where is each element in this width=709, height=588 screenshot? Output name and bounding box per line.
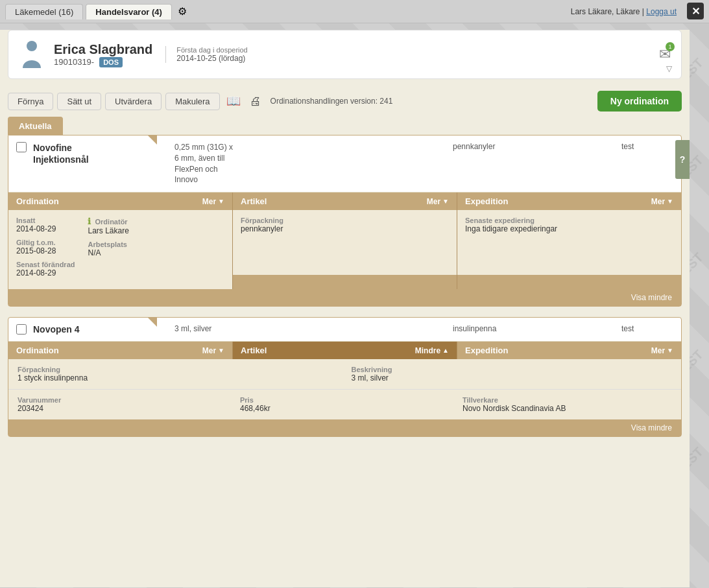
ordination-col: Ordination Mer ▼ Insatt 2014-08-29 — [8, 193, 233, 289]
expedition-header-novopen[interactable]: Expedition Mer ▼ — [457, 342, 681, 359]
item-type-novopen: insulinpenna — [453, 324, 537, 335]
tillverkare-label: Tillverkare — [463, 396, 672, 404]
forpackning-value: 1 styck insulinpenna — [18, 373, 339, 382]
expedition-mer-button-novopen[interactable]: Mer ▼ — [651, 346, 673, 355]
section-tabs: Aktuella — [8, 117, 682, 135]
pris-value: 468,46kr — [240, 404, 450, 413]
close-icon: ✕ — [691, 5, 700, 18]
artikel-col-novopen: Artikel Mindre ▲ — [233, 342, 457, 359]
aktuella-tab[interactable]: Aktuella — [8, 117, 63, 135]
svg-point-0 — [27, 41, 37, 51]
patient-date: Första dag i dosperiod 2014-10-25 (lörda… — [165, 46, 247, 63]
item-desc-novopen: 3 ml, silver — [169, 324, 453, 335]
item-checkbox-novofine[interactable] — [16, 142, 27, 152]
visa-mindre-novofine[interactable]: Visa mindre — [8, 289, 681, 306]
artikel-header-novofine[interactable]: Artikel Mer ▼ — [233, 193, 457, 210]
article-row-1: Förpackning 1 styck insulinpenna Beskriv… — [8, 359, 681, 390]
varunummer-cell: Varunummer 203424 — [18, 396, 227, 413]
item-name-novofine: NovofineInjektionsnål — [33, 142, 169, 165]
artikel-col-novofine: Artikel Mer ▼ Förpackning pennkanyler — [233, 193, 457, 289]
ordination-version: Ordinationshandlingen version: 241 — [270, 97, 393, 106]
fornya-button[interactable]: Förnya — [8, 93, 53, 110]
expedition-mer-button[interactable]: Mer ▼ — [651, 197, 673, 206]
expedition-header-novofine[interactable]: Expedition Mer ▼ — [457, 193, 681, 210]
tab-lakemedel-label: Läkemedel (16) — [15, 7, 73, 17]
item-checkbox-novopen[interactable] — [16, 324, 27, 335]
varunummer-label: Varunummer — [18, 396, 227, 404]
item-type-novofine: pennkanyler — [453, 142, 537, 185]
artikel-mindre-button[interactable]: Mindre ▲ — [415, 346, 449, 355]
artikel-mer-button[interactable]: Mer ▼ — [427, 197, 449, 206]
expedition-label-novopen: Expedition — [465, 346, 508, 355]
ordination-col-novopen: Ordination Mer ▼ — [8, 342, 233, 359]
forpackning-field: Förpackning pennkanyler — [241, 217, 449, 233]
settings-icon[interactable]: ⚙ — [178, 5, 187, 18]
new-ordination-button[interactable]: Ny ordination — [597, 91, 682, 112]
ordination-label-novopen: Ordination — [16, 346, 59, 355]
patient-header: Erica Slagbrand 19010319- DOS Första dag… — [8, 30, 682, 79]
pris-cell: Pris 468,46kr — [240, 396, 450, 413]
senast-forandrad-field: Senast förändrad 2014-08-29 — [16, 261, 75, 277]
item-test-novopen: test — [621, 324, 673, 335]
beskrivning-value: 3 ml, silver — [352, 373, 673, 382]
ordination-header-novopen[interactable]: Ordination Mer ▼ — [8, 342, 232, 359]
help-button[interactable]: ? — [675, 140, 690, 179]
artikel-header-novopen[interactable]: Artikel Mindre ▲ — [233, 342, 457, 359]
varunummer-value: 203424 — [18, 404, 227, 413]
ordination-header[interactable]: Ordination Mer ▼ — [8, 193, 232, 210]
forpackning-cell: Förpackning 1 styck insulinpenna — [18, 366, 339, 382]
tillverkare-cell: Tillverkare Novo Nordisk Scandinavia AB — [463, 396, 672, 413]
expand-arrow[interactable]: ▽ — [666, 64, 672, 73]
detail-columns-novofine: Ordination Mer ▼ Insatt 2014-08-29 — [8, 193, 681, 289]
arbetsplats-field: Arbetsplats N/A — [88, 241, 128, 257]
item-header-novopen: Novopen 4 3 ml, silver insulinpenna test — [8, 318, 681, 342]
triangle-indicator-novopen — [148, 318, 157, 327]
logout-link[interactable]: Logga ut — [646, 7, 677, 16]
ordination-label: Ordination — [16, 196, 59, 206]
detail-columns-novopen: Ordination Mer ▼ Artikel Mindre ▲ — [8, 342, 681, 359]
ordinator-field: ℹ Ordinatör Lars Läkare — [88, 217, 128, 235]
giltig-field: Giltig t.o.m. 2015-08-28 — [16, 239, 75, 255]
ordination-content: Insatt 2014-08-29 Giltig t.o.m. 2015-08-… — [8, 210, 232, 289]
print-icon[interactable]: 🖨 — [250, 95, 261, 108]
patient-avatar — [19, 38, 45, 71]
satt-ut-button[interactable]: Sätt ut — [57, 93, 101, 110]
senaste-expediering-field: Senaste expediering Inga tidigare expedi… — [465, 217, 673, 233]
ordination-mer-button-novopen[interactable]: Mer ▼ — [202, 346, 224, 355]
makulera-button[interactable]: Makulera — [165, 93, 219, 110]
patient-info: Erica Slagbrand 19010319- DOS — [54, 42, 152, 67]
ordination-mer-button[interactable]: Mer ▼ — [202, 197, 224, 206]
item-header-novofine: NovofineInjektionsnål 0,25 mm (31G) x6 m… — [8, 135, 681, 193]
utvardera-button[interactable]: Utvärdera — [105, 93, 162, 110]
patient-name: Erica Slagbrand — [54, 42, 152, 57]
visa-mindre-novopen[interactable]: Visa mindre — [8, 419, 681, 436]
beskrivning-label: Beskrivning — [352, 366, 673, 373]
item-desc-novofine: 0,25 mm (31G) x6 mm, även tillFlexPen oc… — [169, 142, 453, 185]
toolbar: Förnya Sätt ut Utvärdera Makulera 📖 🖨 Or… — [0, 86, 690, 117]
tab-lakemedel[interactable]: Läkemedel (16) — [5, 4, 83, 19]
mail-badge: 1 — [666, 42, 675, 51]
expedition-col-novofine: Expedition Mer ▼ Senaste expediering Ing… — [457, 193, 681, 289]
book-icon[interactable]: 📖 — [226, 94, 241, 108]
tillverkare-value: Novo Nordisk Scandinavia AB — [463, 404, 672, 413]
date-label: Första dag i dosperiod — [176, 46, 247, 54]
patient-id: 19010319- — [54, 57, 94, 67]
insatt-field: Insatt 2014-08-29 — [16, 217, 75, 233]
triangle-indicator — [148, 135, 157, 145]
main-content: ? Erica Slagbrand 19010319- DOS Första d… — [0, 30, 690, 587]
forpackning-label: Förpackning — [18, 366, 339, 373]
item-card-novofine: NovofineInjektionsnål 0,25 mm (31G) x6 m… — [8, 135, 682, 307]
expedition-label: Expedition — [465, 196, 508, 206]
article-row-2: Varunummer 203424 Pris 468,46kr Tillverk… — [8, 390, 681, 419]
expedition-content-novofine: Senaste expediering Inga tidigare expedi… — [457, 210, 681, 275]
artikel-label: Artikel — [241, 196, 267, 206]
pris-label: Pris — [240, 396, 450, 404]
artikel-content-novofine: Förpackning pennkanyler — [233, 210, 457, 275]
tab-handelsvaror[interactable]: Handelsvaror (4) — [86, 4, 172, 19]
item-test-novofine: test — [621, 142, 673, 185]
artikel-label-novopen: Artikel — [241, 346, 267, 355]
expedition-col-novopen: Expedition Mer ▼ — [457, 342, 681, 359]
close-button[interactable]: ✕ — [687, 3, 704, 19]
user-info: Lars Läkare, Läkare | Logga ut — [571, 7, 677, 16]
top-bar: Läkemedel (16) Handelsvaror (4) ⚙ Lars L… — [0, 0, 709, 23]
